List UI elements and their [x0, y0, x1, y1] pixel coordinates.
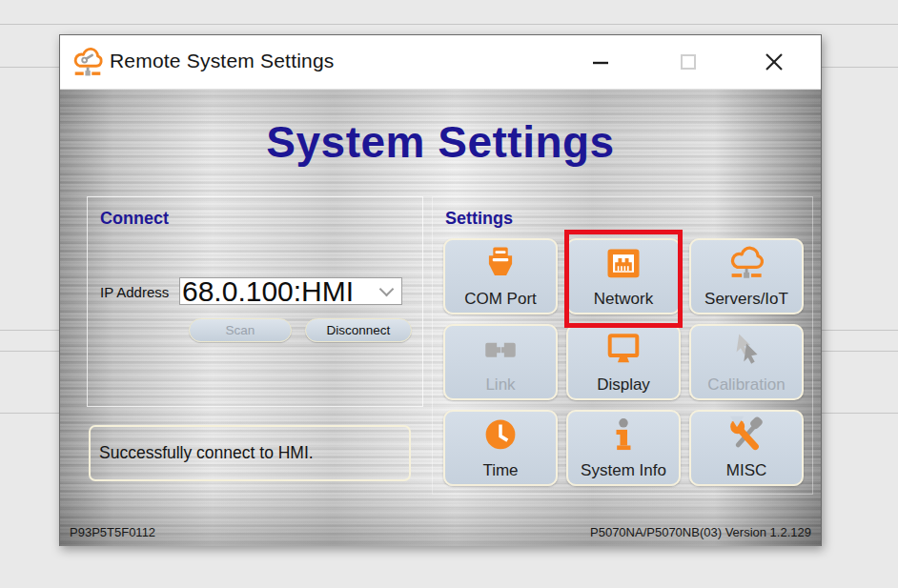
- tile-label: Servers/IoT: [704, 291, 788, 308]
- calibration-icon: [725, 329, 768, 371]
- tile-label: Calibration: [707, 376, 785, 394]
- settings-group-label: Settings: [445, 209, 513, 229]
- settings-button-com-port[interactable]: COM Port: [443, 238, 558, 314]
- display-icon: [602, 329, 645, 371]
- ip-address-value: 68.0.100:HMI: [182, 279, 381, 304]
- scan-button[interactable]: Scan: [189, 318, 292, 342]
- maximize-icon: [678, 51, 699, 72]
- dialog-body: System Settings Connect IP Address 68.0.…: [60, 90, 821, 546]
- status-message-box: Successfully connect to HMI.: [89, 425, 411, 481]
- settings-group: Settings COM Port: [432, 196, 813, 495]
- network-icon: [602, 243, 645, 285]
- chevron-down-icon: [379, 282, 395, 297]
- status-message: Successfully connect to HMI.: [99, 443, 314, 463]
- settings-button-calibration[interactable]: Calibration: [689, 324, 804, 400]
- settings-button-display[interactable]: Display: [566, 324, 681, 400]
- ip-address-select[interactable]: 68.0.100:HMI: [179, 277, 402, 305]
- tile-label: Time: [482, 462, 518, 479]
- window-title: Remote System Settings: [110, 50, 335, 72]
- settings-button-network[interactable]: Network: [566, 238, 681, 314]
- connect-group: Connect IP Address 68.0.100:HMI Scan Dis…: [87, 196, 423, 407]
- settings-button-time[interactable]: Time: [443, 410, 558, 486]
- tile-label: System Info: [581, 462, 666, 479]
- minimize-button[interactable]: [586, 48, 615, 76]
- settings-button-grid: COM Port Network: [443, 238, 804, 486]
- system-info-icon: [602, 415, 645, 456]
- ip-address-label: IP Address: [100, 284, 169, 300]
- misc-icon: [725, 415, 768, 456]
- settings-button-servers-iot[interactable]: Servers/IoT: [689, 238, 804, 314]
- tile-label: Network: [594, 291, 653, 308]
- settings-button-system-info[interactable]: System Info: [566, 410, 681, 486]
- settings-button-link[interactable]: Link: [443, 324, 558, 400]
- remote-system-settings-window: Remote System Settings System Settings C…: [59, 34, 822, 546]
- connect-group-label: Connect: [100, 209, 169, 229]
- tile-label: Link: [485, 376, 515, 394]
- tile-label: COM Port: [464, 291, 537, 308]
- tile-label: Display: [597, 376, 650, 394]
- cloud-wrench-app-icon: [70, 44, 106, 80]
- close-icon: [763, 51, 786, 73]
- background-rule: [0, 24, 898, 25]
- maximize-button[interactable]: [674, 48, 703, 76]
- com-port-icon: [479, 243, 522, 285]
- settings-button-misc[interactable]: MISC: [689, 410, 804, 486]
- time-icon: [479, 415, 522, 456]
- servers-iot-icon: [725, 243, 768, 285]
- minimize-icon: [590, 51, 611, 72]
- close-button[interactable]: [760, 48, 788, 76]
- page-title: System Settings: [60, 116, 821, 168]
- link-icon: [479, 329, 522, 371]
- model-version: P5070NA/P5070NB(03) Version 1.2.129: [590, 525, 811, 539]
- tile-label: MISC: [726, 462, 767, 479]
- disconnect-button[interactable]: Disconnect: [305, 318, 412, 342]
- device-serial: P93P5T5F0112: [70, 525, 155, 539]
- title-bar: Remote System Settings: [60, 35, 821, 90]
